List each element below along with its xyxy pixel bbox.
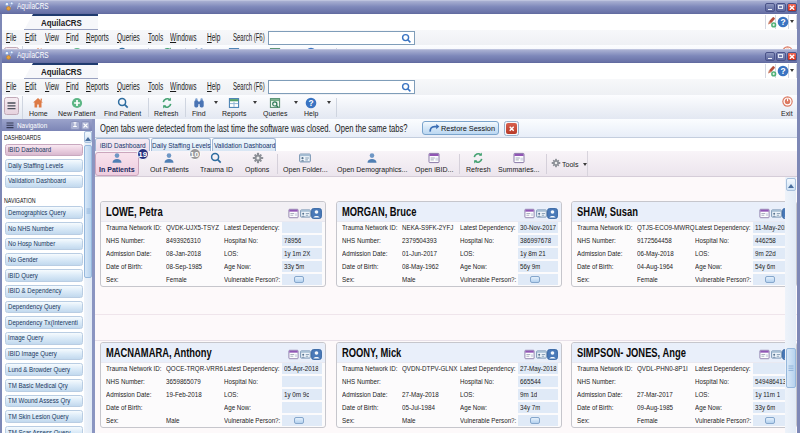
svg-text:?: ? [780, 17, 785, 27]
svg-text:?: ? [780, 66, 785, 76]
svg-text:?: ? [308, 97, 313, 107]
